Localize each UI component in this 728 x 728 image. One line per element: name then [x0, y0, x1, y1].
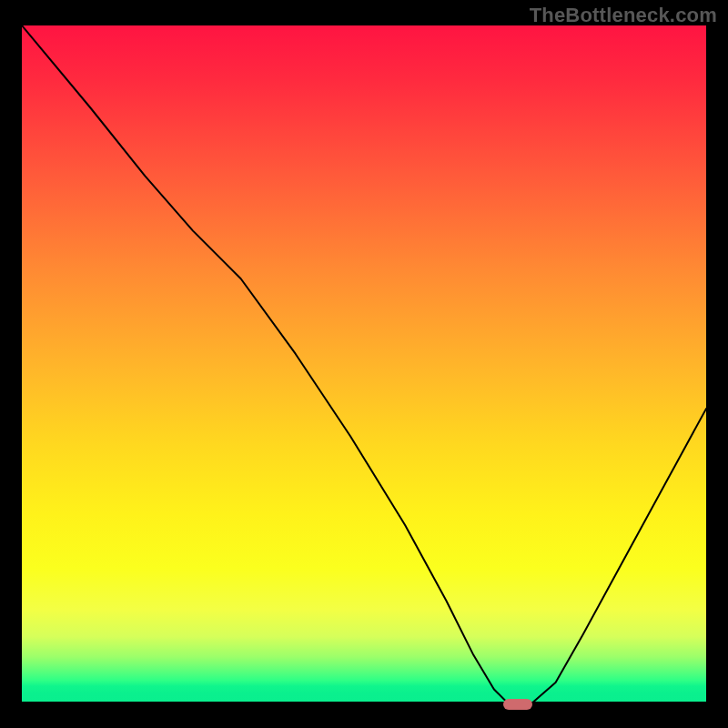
bottleneck-curve	[22, 25, 706, 710]
chart-frame: TheBottleneck.com	[0, 0, 728, 728]
plot-area	[22, 25, 706, 704]
watermark-label: TheBottleneck.com	[530, 4, 717, 27]
x-axis-baseline	[22, 702, 706, 704]
bottleneck-marker	[503, 699, 532, 710]
